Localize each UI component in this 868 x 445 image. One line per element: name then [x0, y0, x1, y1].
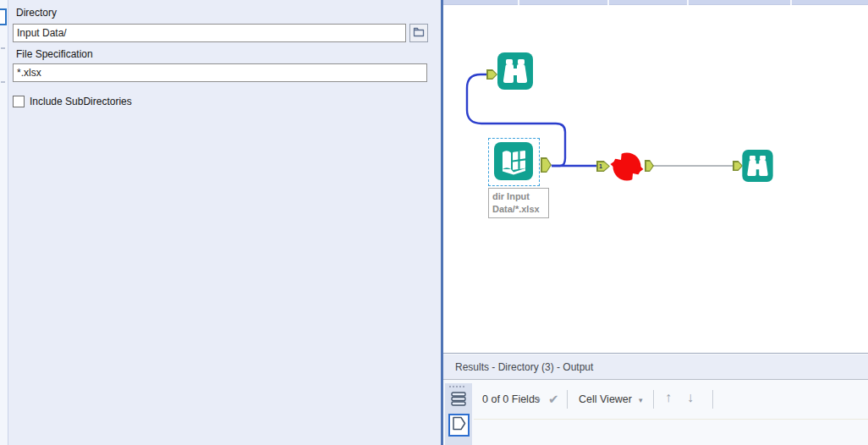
directory-annotation[interactable]: dir Input Data/*.xlsx — [488, 188, 549, 218]
down-arrow-icon[interactable]: ↓ — [687, 390, 694, 405]
grip-dots-icon[interactable] — [449, 386, 464, 387]
directory-tool[interactable] — [494, 142, 533, 184]
folder-icon — [413, 25, 425, 41]
toolbar-separator — [712, 390, 713, 409]
cell-viewer-caret-icon[interactable]: ▾ — [639, 396, 643, 404]
table-view-button[interactable] — [448, 391, 469, 410]
panel-edge-strip — [0, 0, 8, 445]
directory-input[interactable] — [13, 24, 406, 42]
cell-viewer-button[interactable]: Cell Viewer — [579, 393, 632, 405]
include-subdirs-label: Include SubDirectories — [30, 96, 132, 107]
alteryx-designer-window: Directory File Specification Include Sub… — [0, 0, 868, 445]
toolbar-separator — [567, 390, 568, 409]
directory-output-anchor[interactable] — [541, 157, 552, 173]
partial-tool-tab[interactable] — [0, 8, 7, 25]
configuration-panel: Directory File Specification Include Sub… — [0, 0, 441, 445]
fields-dropdown-caret-icon[interactable]: ▾ — [536, 396, 541, 404]
running-tool-input-anchor[interactable]: 1 — [596, 161, 610, 172]
results-header[interactable]: Results - Directory (3) - Output — [443, 354, 868, 380]
browse-top-input-anchor[interactable] — [486, 69, 497, 80]
metadata-view-icon — [452, 416, 466, 434]
edge-mark — [1, 81, 5, 83]
browse-tool-top[interactable] — [497, 52, 533, 93]
directory-label: Directory — [16, 7, 57, 19]
running-tool-indicator[interactable] — [610, 150, 644, 187]
results-view-strip — [445, 383, 472, 445]
fields-summary[interactable]: 0 of 0 Fields — [482, 393, 540, 405]
browse-tool-right[interactable] — [742, 150, 773, 185]
running-spinner-icon — [611, 151, 644, 183]
file-spec-input[interactable] — [13, 63, 427, 82]
results-header-title: Results - Directory (3) - Output — [455, 361, 593, 373]
metadata-view-button[interactable] — [448, 414, 470, 437]
annotation-line1: dir Input — [492, 190, 545, 203]
up-arrow-icon[interactable]: ↑ — [665, 390, 672, 405]
include-subdirs-checkbox[interactable] — [13, 96, 25, 107]
edge-mark — [1, 47, 5, 49]
connection-number: 1 — [596, 161, 610, 172]
table-view-icon — [451, 392, 466, 409]
annotation-line2: Data/*.xlsx — [492, 203, 545, 216]
file-spec-label: File Specification — [16, 48, 93, 60]
results-panel: Results - Directory (3) - Output — [443, 353, 868, 445]
running-tool-output-anchor[interactable] — [645, 160, 654, 172]
browse-folder-button[interactable] — [409, 24, 428, 42]
toolbar-divider — [474, 419, 868, 420]
toolbar-separator — [653, 390, 654, 409]
apply-check-icon[interactable]: ✔ — [548, 392, 559, 407]
